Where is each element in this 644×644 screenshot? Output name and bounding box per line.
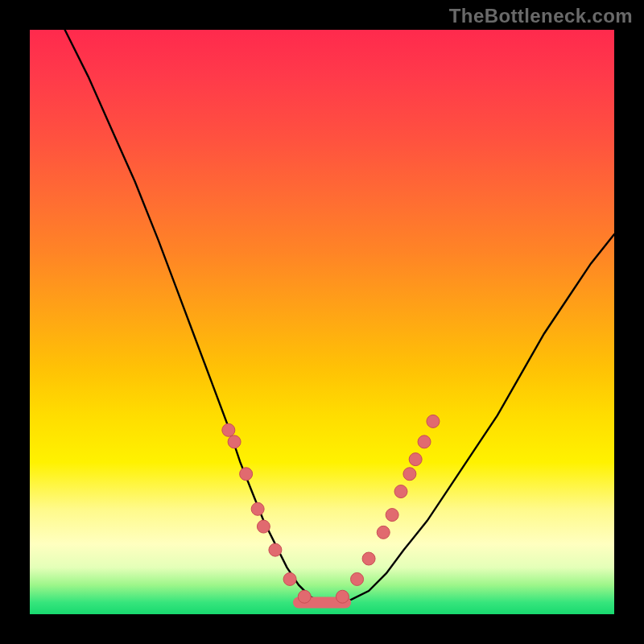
data-marker [427, 415, 440, 427]
data-marker [228, 436, 241, 448]
data-marker [251, 502, 264, 515]
data-marker [409, 453, 422, 466]
data-marker [418, 436, 431, 448]
data-marker [269, 543, 282, 556]
data-marker [362, 552, 375, 565]
bottleneck-curve [65, 30, 614, 603]
chart-frame: TheBottleneck.com [0, 0, 644, 644]
data-markers [222, 415, 440, 603]
data-marker [377, 526, 390, 539]
data-marker [240, 468, 253, 481]
plot-area [30, 30, 614, 614]
chart-svg [30, 30, 614, 614]
data-marker [222, 423, 235, 436]
data-marker [394, 485, 407, 498]
data-marker [386, 509, 398, 522]
data-marker [298, 590, 311, 603]
data-marker [351, 572, 364, 585]
data-marker [403, 468, 416, 481]
data-marker [336, 590, 349, 603]
data-marker [283, 572, 296, 585]
watermark-label: TheBottleneck.com [449, 5, 633, 27]
data-marker [257, 520, 270, 533]
